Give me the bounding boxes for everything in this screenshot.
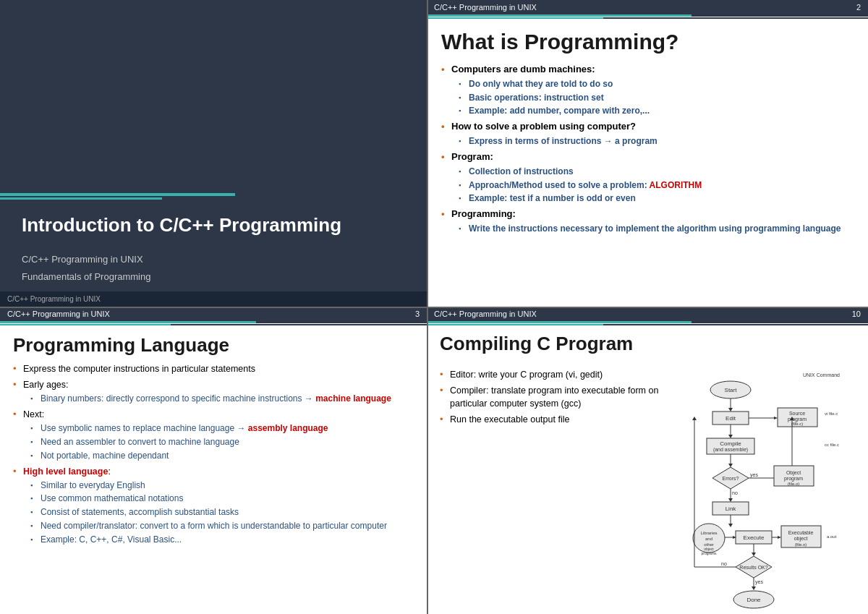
slide2-header-text: C/C++ Programming in UNIX (434, 3, 537, 12)
fc-arrowhead3 (728, 464, 733, 467)
bullet-howto: How to solve a problem using computer? E… (441, 120, 854, 148)
intro-subtitle: C/C++ Programming in UNIX Fundamentals o… (0, 251, 427, 285)
fc-done-text: Done (746, 597, 761, 603)
slide2-num: 2 (856, 3, 861, 12)
slide-compile: C/C++ Programming in UNIX 10 Compiling C… (427, 307, 868, 614)
fc-yes1: yes (750, 472, 758, 478)
fc-arrowhead2 (728, 435, 733, 438)
sub-item: Not portable, machine dependant (30, 450, 414, 462)
fc-source-text3: (file.c) (791, 422, 803, 426)
slide3-header-text: C/C++ Programming in UNIX (7, 310, 110, 318)
fc-vi-label: vi file.c (825, 412, 838, 416)
sub-item: Use common mathematical notations (30, 493, 414, 505)
slide3-content: Programming Language Express the compute… (0, 325, 427, 614)
bullet-program: Program: Collection of instructions Appr… (441, 150, 854, 205)
fc-object-text3: (file.o) (788, 482, 800, 486)
fc-aout-label: a.out (827, 534, 837, 539)
fc-arrowhead4 (728, 498, 733, 502)
fc-results-text: Results OK? (739, 565, 767, 570)
slide10-title-area: Compiling C Program (427, 325, 868, 362)
slide10-teal-bar (427, 321, 868, 323)
slide-lang: C/C++ Programming in UNIX 3 Programming … (0, 307, 427, 614)
intro-teal-bar (0, 193, 235, 196)
bullet-highlevel: High level language: Similar to everyday… (13, 465, 414, 546)
slide10-header: C/C++ Programming in UNIX 10 (427, 307, 868, 321)
sub-early: Binary numbers: directly correspond to s… (30, 393, 414, 405)
fc-execobj-text2: object (794, 536, 808, 542)
sub-computers: Do only what they are told to do so Basi… (459, 78, 854, 117)
fc-arrowhead5 (728, 524, 733, 527)
slide2-header: C/C++ Programming in UNIX 2 (427, 0, 868, 14)
sub-item: Example: test if a number is odd or even (459, 192, 854, 205)
fc-execobj-text1: Executable (788, 530, 814, 535)
fc-compile-text2: (and assemble) (713, 447, 748, 453)
sub-program: Collection of instructions Approach/Meth… (459, 166, 854, 205)
sub-next: Use symbolic names to replace machine la… (30, 422, 414, 461)
fc-filec-label: cc file.c (825, 443, 839, 447)
intro-footer-text: C/C++ Programming in UNIX (7, 295, 101, 303)
slide-prog: C/C++ Programming in UNIX 2 What is Prog… (427, 0, 868, 307)
compile-right-panel: UNIX Command Start Edit Source program (… (691, 368, 857, 608)
fc-object-text1: Object (786, 470, 801, 476)
fc-execute-text: Execute (744, 534, 765, 541)
slide3-bullets: Express the computer instructions in par… (13, 362, 414, 546)
sub-item: Example: C, C++, C#, Visual Basic... (30, 534, 414, 546)
slide-intro: Introduction to C/C++ Programming C/C++ … (0, 0, 427, 307)
fc-arrowhead7 (752, 587, 756, 590)
sub-item: Approach/Method used to solve a problem:… (459, 179, 854, 192)
slide2-teal-bar (427, 14, 868, 17)
bullet-next: Next: Use symbolic names to replace mach… (13, 408, 414, 462)
fc-start-text: Start (725, 387, 738, 393)
fc-no2: no (721, 561, 727, 566)
slide3-num: 3 (415, 310, 420, 318)
sub-item: Binary numbers: directly correspond to s… (30, 393, 414, 405)
intro-teal-bar2 (0, 197, 162, 200)
sub-item: Example: add number, compare with zero,.… (459, 105, 854, 117)
intro-footer: C/C++ Programming in UNIX (0, 291, 427, 307)
fc-compile-text1: Compile (720, 440, 741, 447)
fc-errors-text: Errors? (723, 476, 739, 481)
sub-item: Use symbolic names to replace machine la… (30, 422, 414, 435)
fc-libs-text5: programs (701, 551, 717, 555)
fc-no1: no (732, 490, 738, 495)
compile-flowchart: UNIX Command Start Edit Source program (… (691, 368, 857, 614)
unix-command-label: UNIX Command (803, 372, 840, 378)
slide10-title: Compiling C Program (440, 333, 857, 355)
sub-item: Express in terms of instructions → a pro… (459, 135, 854, 148)
sub-item: Need compiler/translator: convert to a f… (30, 520, 414, 532)
fc-execobj-text3: (file.o) (795, 542, 807, 547)
sub-item: Write the instructions necessary to impl… (459, 223, 854, 235)
fc-link-text: Link (726, 506, 737, 512)
sub-programming: Write the instructions necessary to impl… (459, 223, 854, 235)
slide10-content: Editor: write your C program (vi, gedit)… (427, 362, 868, 614)
sub-item: Do only what they are told to do so (459, 78, 854, 90)
fc-arrowhead-exec (778, 536, 781, 539)
compile-left-panel: Editor: write your C program (vi, gedit)… (440, 368, 684, 608)
fc-object-text2: program (784, 476, 803, 482)
fc-yes2: yes (755, 579, 763, 585)
bullet-editor: Editor: write your C program (vi, gedit) (440, 368, 684, 381)
slide2-content: What is Programming? Computers are dumb … (427, 19, 868, 307)
bullet-early: Early ages: Binary numbers: directly cor… (13, 378, 414, 405)
fc-edit-text: Edit (726, 415, 736, 422)
sub-howto: Express in terms of instructions → a pro… (459, 135, 854, 148)
sub-item: Similar to everyday English (30, 479, 414, 492)
bullet-compiler: Compiler: translate program into executa… (440, 384, 684, 410)
slide3-header: C/C++ Programming in UNIX 3 (0, 307, 427, 321)
sub-highlevel: Similar to everyday English Use common m… (30, 479, 414, 546)
slide10-header-text: C/C++ Programming in UNIX (434, 310, 537, 318)
horizontal-divider (0, 307, 868, 308)
subtitle-line1: C/C++ Programming in UNIX (22, 251, 405, 268)
slide2-title: What is Programming? (441, 30, 854, 54)
intro-title: Introduction to C/C++ Programming (0, 214, 427, 236)
fc-libs-text1: Libraries (700, 531, 717, 535)
highlevel-text: High level language (23, 466, 108, 477)
bullet-run: Run the executable output file (440, 413, 684, 426)
fc-arrowhead6 (752, 553, 756, 556)
bullet-computers: Computers are dumb machines: Do only wha… (441, 63, 854, 117)
fc-libs-text2: and (705, 537, 712, 541)
slide2-bullets: Computers are dumb machines: Do only wha… (441, 63, 854, 235)
sub-item: Need an assembler to convert to machine … (30, 436, 414, 448)
subtitle-line2: Fundamentals of Programming (22, 268, 405, 285)
algorithm-word: ALGORITHM (650, 180, 702, 190)
